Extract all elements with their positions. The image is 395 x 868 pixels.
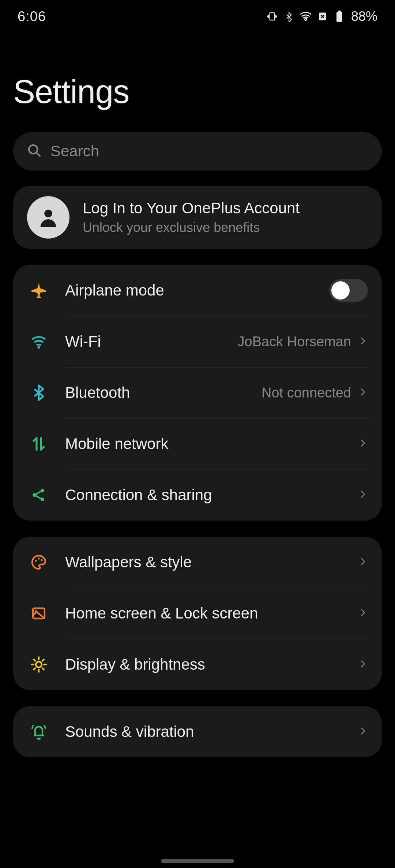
account-subtitle: Unlock your exclusive benefits (83, 220, 300, 235)
settings-row-mobile[interactable]: Mobile network (13, 418, 382, 469)
settings-row-wallpapers[interactable]: Wallpapers & style (13, 537, 382, 588)
svg-point-7 (37, 346, 40, 349)
page-title: Settings (0, 29, 395, 125)
row-label: Display & brightness (65, 656, 358, 673)
bluetooth-icon (23, 384, 54, 401)
row-label: Home screen & Lock screen (65, 605, 358, 622)
svg-line-21 (34, 659, 35, 661)
settings-group: Sounds & vibration (13, 706, 382, 757)
chevron-right-icon (358, 387, 368, 399)
settings-row-sounds[interactable]: Sounds & vibration (13, 706, 382, 757)
row-label: Wi-Fi (65, 333, 238, 350)
chevron-right-icon (358, 608, 368, 619)
palette-icon (23, 553, 54, 571)
bell-icon (23, 723, 54, 741)
mobile-data-icon (23, 435, 54, 453)
settings-row-bluetooth[interactable]: BluetoothNot connected (13, 367, 382, 418)
settings-group: Airplane modeWi-FiJoBack HorsemanBluetoo… (13, 265, 382, 521)
row-label: Wallpapers & style (65, 553, 358, 571)
brightness-icon (23, 656, 54, 673)
settings-row-wifi[interactable]: Wi-FiJoBack Horseman (13, 316, 382, 367)
settings-row-display[interactable]: Display & brightness (13, 639, 382, 690)
settings-group: Wallpapers & styleHome screen & Lock scr… (13, 537, 382, 690)
airplane-icon (23, 282, 54, 299)
chevron-right-icon (358, 438, 368, 450)
sim-error-icon (317, 11, 328, 22)
row-label: Mobile network (65, 435, 358, 453)
svg-line-22 (42, 668, 44, 670)
battery-icon (334, 11, 345, 22)
svg-point-11 (35, 560, 37, 561)
chevron-right-icon (358, 556, 368, 568)
chevron-right-icon (358, 726, 368, 738)
chevron-right-icon (358, 336, 368, 347)
chevron-right-icon (358, 659, 368, 670)
settings-row-airplane[interactable]: Airplane mode (13, 265, 382, 316)
row-label: Bluetooth (65, 384, 262, 401)
row-label: Airplane mode (65, 282, 329, 299)
chevron-right-icon (358, 489, 368, 501)
home-lock-icon (23, 605, 54, 622)
svg-line-23 (34, 668, 35, 670)
row-value: JoBack Horseman (238, 334, 351, 350)
toggle-switch[interactable] (329, 279, 368, 302)
row-label: Connection & sharing (65, 486, 358, 504)
wifi-status-icon (300, 11, 312, 22)
home-indicator[interactable] (161, 859, 234, 863)
battery-percent: 88% (351, 9, 377, 24)
account-title: Log In to Your OnePlus Account (83, 199, 300, 217)
share-icon (23, 486, 54, 504)
svg-line-5 (37, 153, 40, 156)
account-login-card[interactable]: Log In to Your OnePlus Account Unlock yo… (13, 186, 382, 249)
status-time: 6:06 (18, 9, 46, 24)
search-placeholder: Search (50, 142, 99, 160)
bluetooth-status-icon (283, 11, 295, 22)
status-bar: 6:06 88% (0, 0, 395, 29)
avatar-icon (27, 196, 69, 239)
svg-point-12 (38, 557, 40, 559)
svg-point-13 (41, 559, 42, 561)
search-icon (27, 143, 42, 159)
svg-point-16 (36, 662, 42, 667)
settings-row-connection[interactable]: Connection & sharing (13, 469, 382, 521)
svg-point-6 (44, 210, 52, 217)
vibrate-icon (266, 11, 278, 22)
row-value: Not connected (262, 385, 351, 401)
row-label: Sounds & vibration (65, 723, 358, 741)
svg-line-24 (42, 659, 44, 661)
settings-row-homescreen[interactable]: Home screen & Lock screen (13, 588, 382, 639)
status-icons: 88% (266, 9, 377, 24)
wifi-icon (23, 333, 54, 350)
search-input[interactable]: Search (13, 132, 382, 171)
svg-rect-2 (338, 11, 341, 12)
